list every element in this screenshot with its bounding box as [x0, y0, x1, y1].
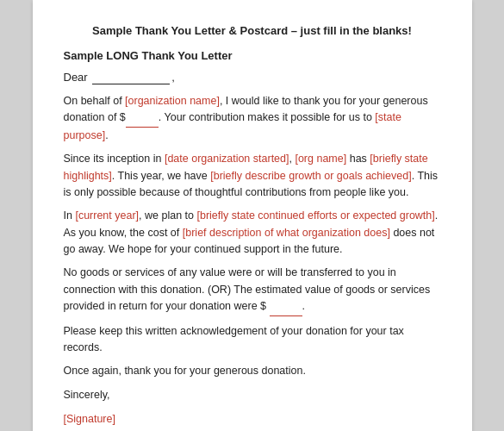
state-purpose-placeholder: [state purpose] — [64, 111, 401, 141]
signature-line: [Signature] — [64, 410, 441, 428]
salutation-prefix: Dear — [64, 71, 88, 84]
letter-page: Sample Thank You Letter & Postcard – jus… — [33, 0, 472, 431]
paragraph-5: Please keep this written acknowledgement… — [64, 323, 441, 357]
current-year-placeholder: [current year] — [75, 209, 139, 222]
section-title: Sample LONG Thank You Letter — [64, 49, 441, 62]
growth-goals-placeholder: [briefly describe growth or goals achiev… — [210, 170, 411, 182]
paragraph-2: Since its inception in [date organizatio… — [64, 151, 441, 201]
paragraph-1: On behalf of [organization name], I woul… — [64, 93, 441, 144]
closing: Sincerely, — [64, 387, 441, 403]
date-started-placeholder: [date organization started] — [165, 153, 289, 165]
salutation-blank — [92, 71, 170, 84]
paragraph-4: No goods or services of any value were o… — [64, 265, 441, 315]
org-does-placeholder: [brief description of what organization … — [183, 227, 390, 239]
continued-efforts-placeholder: [briefly state continued efforts or expe… — [196, 209, 434, 222]
paragraph-3: In [current year], we plan to [briefly s… — [64, 208, 441, 258]
org-name2-placeholder: [org name] — [295, 153, 346, 165]
org-name-placeholder: [organization name] — [125, 95, 220, 107]
goods-value-blank — [270, 298, 302, 315]
donation-amount-blank — [126, 109, 159, 127]
page-title: Sample Thank You Letter & Postcard – jus… — [64, 24, 441, 37]
paragraph-6: Once again, thank you for your generous … — [64, 363, 441, 379]
salutation: Dear , — [64, 71, 441, 84]
signature-block: [Signature] [Name] [Title] [Organization… — [64, 410, 441, 431]
